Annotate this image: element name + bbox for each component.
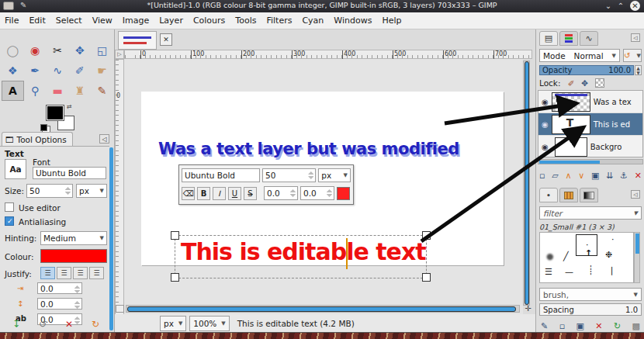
duplicate-layer-button[interactable]: ▣ xyxy=(591,171,599,181)
brush-diagonal-line[interactable]: ╱ xyxy=(563,251,569,261)
colour-picker-tool-icon[interactable]: ⚲ xyxy=(24,81,47,101)
hinting-dropdown[interactable]: Medium ▼ xyxy=(40,231,107,245)
opacity-spinner[interactable]: ▲▼ xyxy=(635,65,642,75)
select-by-colour-tool-icon[interactable]: ◉ xyxy=(24,40,47,61)
open-brush-as-image-button[interactable]: ▩ xyxy=(632,321,640,331)
clone-tool-icon[interactable]: ♜ xyxy=(68,81,91,101)
ellipse-select-tool-icon[interactable]: ◯ xyxy=(2,40,24,61)
visibility-eye-icon[interactable]: ◉ xyxy=(542,143,549,151)
justify-left-button[interactable]: ☰ xyxy=(40,267,55,279)
maximize-button[interactable]: ⌃ xyxy=(615,0,627,12)
brush-filter-dropdown[interactable]: filter ▼ xyxy=(539,206,642,220)
size-unit-dropdown[interactable]: px ▼ xyxy=(76,184,107,198)
new-layer-button[interactable]: ▫ xyxy=(539,171,545,181)
ruler-corner-button[interactable]: ▷ xyxy=(115,50,124,59)
selection-handle-top-left[interactable] xyxy=(171,231,179,240)
new-brush-button[interactable]: ▫ xyxy=(559,321,565,331)
lower-layer-button[interactable]: ∨ xyxy=(578,171,584,181)
new-layer-group-button[interactable]: ▱ xyxy=(552,171,558,181)
menu-tools[interactable]: Tools xyxy=(235,16,256,26)
tool-options-tab[interactable]: 🗔 Tool Options xyxy=(2,132,73,146)
paths-tool-icon[interactable]: ✒ xyxy=(24,61,47,81)
lock-pixels-icon[interactable]: ✐ xyxy=(567,78,574,88)
anchor-layer-button[interactable]: ⚓ xyxy=(620,171,628,181)
image-tab-close-button[interactable]: ✕ xyxy=(160,33,172,46)
quick-mask-toggle[interactable] xyxy=(116,305,124,313)
image-tab[interactable] xyxy=(118,31,157,50)
raise-layer-button[interactable]: ∧ xyxy=(565,171,571,181)
unified-transform-tool-icon[interactable]: ❖ xyxy=(2,61,24,81)
brush-dash[interactable]: — xyxy=(565,267,573,277)
layer-mode-switch-button[interactable]: ↺▼ xyxy=(623,49,642,62)
visibility-eye-icon[interactable]: ◉ xyxy=(542,98,549,106)
opacity-slider[interactable]: Opacity 100.0 xyxy=(539,65,634,75)
menu-colours[interactable]: Colours xyxy=(193,16,225,26)
delete-layer-button[interactable]: ✕ xyxy=(635,171,642,181)
tool-options-scrollbar[interactable] xyxy=(109,147,113,330)
reset-tool-options-icon[interactable]: ↻ xyxy=(92,319,99,330)
underline-button[interactable]: U xyxy=(228,187,241,200)
brush-dotted-vertical[interactable]: ┊ xyxy=(588,265,594,275)
ink-tool-icon[interactable]: ✐ xyxy=(68,61,91,81)
tab-patterns[interactable] xyxy=(559,188,578,202)
canvas-horizontal-scrollbar[interactable] xyxy=(126,305,520,313)
navigation-button[interactable]: ✛ xyxy=(523,304,533,313)
strikethrough-button[interactable]: S xyxy=(244,187,257,200)
italic-button[interactable]: I xyxy=(213,187,226,200)
baseline-offset-field[interactable]: 0.0 xyxy=(264,186,298,200)
paintbrush-tool-icon[interactable]: ✎ xyxy=(91,81,113,101)
antialiasing-checkbox[interactable] xyxy=(5,216,14,226)
bold-button[interactable]: B xyxy=(197,187,210,200)
layer-row-was-a-text[interactable]: ◉ Was a tex xyxy=(538,91,642,113)
minimize-button[interactable]: ⌄ xyxy=(602,0,615,12)
menu-cyan[interactable]: Cyan xyxy=(302,16,324,26)
restore-tool-preset-icon[interactable]: ↺ xyxy=(39,319,47,330)
justify-right-button[interactable]: ☰ xyxy=(57,267,71,279)
scissors-select-tool-icon[interactable]: ✂ xyxy=(47,40,69,61)
smudge-tool-icon[interactable]: ☛ xyxy=(91,61,113,81)
duplicate-brush-button[interactable]: ▣ xyxy=(576,321,584,331)
close-button[interactable]: ✕ xyxy=(630,1,640,11)
menu-edit[interactable]: Edit xyxy=(29,16,45,26)
editor-colour-swatch[interactable] xyxy=(337,187,350,200)
menu-view[interactable]: View xyxy=(92,16,113,26)
selection-handle-top-right[interactable] xyxy=(422,231,431,240)
layer-row-background[interactable]: ◉ Backgro xyxy=(538,136,642,158)
menu-help[interactable]: Help xyxy=(382,16,401,26)
tab-layers[interactable]: ▤ xyxy=(539,31,558,46)
brush-splatter[interactable]: ❉ xyxy=(605,250,612,260)
tab-paths[interactable]: ∿ xyxy=(580,31,598,46)
lock-position-icon[interactable]: ✥ xyxy=(581,78,588,88)
brush-tiny-dot[interactable]: · xyxy=(611,234,615,244)
text-colour-swatch[interactable] xyxy=(40,249,107,263)
visibility-eye-icon[interactable]: ◉ xyxy=(542,120,549,129)
brush-grid-scrollbar[interactable] xyxy=(634,232,640,283)
merge-down-button[interactable]: ⇊ xyxy=(606,171,613,181)
justify-fill-button[interactable]: ☰ xyxy=(89,267,104,279)
delete-tool-preset-icon[interactable]: ✕ xyxy=(65,319,73,330)
delete-brush-button[interactable]: ✕ xyxy=(595,321,602,331)
tab-brushes[interactable]: ∙ xyxy=(539,188,558,202)
brush-tag-dropdown[interactable]: brush, ▼ xyxy=(539,288,642,301)
status-unit-dropdown[interactable]: px ▼ xyxy=(160,316,186,331)
menu-file[interactable]: File xyxy=(5,16,19,26)
brush-grid[interactable]: · · ● ╱ ↑ ❉ ☰ — ┊ ❘ xyxy=(539,232,634,283)
move-tool-icon[interactable]: ✥ xyxy=(68,40,91,61)
refresh-brushes-button[interactable]: ↻ xyxy=(614,321,621,331)
editor-size-field[interactable]: 50 xyxy=(262,168,316,182)
text-tool-icon[interactable]: A xyxy=(2,81,24,101)
size-field[interactable]: 50 xyxy=(26,184,73,198)
brush-fuzzy-dot[interactable]: ● xyxy=(546,251,554,261)
brush-arrow[interactable]: ↑ xyxy=(585,248,592,258)
tab-channels[interactable] xyxy=(559,31,578,46)
kerning-field[interactable]: 0.0 xyxy=(300,186,334,200)
brush-spacing-field[interactable]: Spacing 1.0 xyxy=(539,303,642,316)
editor-font-field[interactable]: Ubuntu Bold xyxy=(182,168,260,182)
status-zoom-dropdown[interactable]: 100% ▼ xyxy=(189,316,229,331)
selection-handle-bottom-left[interactable] xyxy=(171,273,179,282)
foreground-colour-swatch[interactable] xyxy=(47,106,64,120)
menu-image[interactable]: Image xyxy=(123,16,149,26)
save-tool-preset-icon[interactable]: ↧ xyxy=(12,319,20,330)
lock-alpha-icon[interactable] xyxy=(595,78,604,88)
layer-row-this-is-editable[interactable]: ◉ T This is ed xyxy=(538,113,642,136)
